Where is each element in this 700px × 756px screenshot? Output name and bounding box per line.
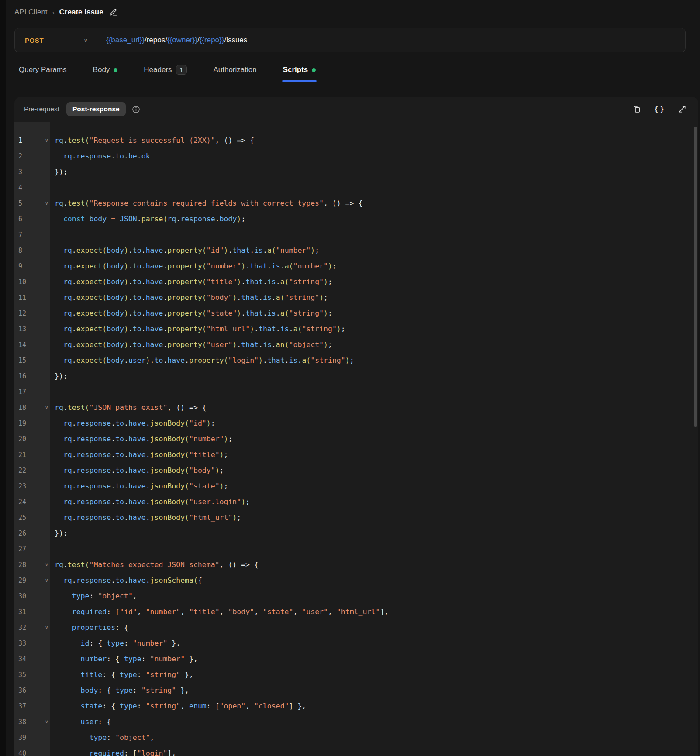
line-number[interactable]: 12 <box>18 309 26 317</box>
line-number[interactable]: 4 <box>18 184 22 192</box>
code-line[interactable]: number: { type: "number" }, <box>50 651 198 667</box>
expand-fullscreen-icon[interactable] <box>677 104 687 114</box>
line-number[interactable]: 23 <box>18 482 26 490</box>
line-number[interactable]: 11 <box>18 294 26 302</box>
code-line[interactable]: rq.test("Request is successful (2XX)", (… <box>50 133 254 148</box>
line-number[interactable]: 7 <box>18 231 22 239</box>
line-number[interactable]: 15 <box>18 357 26 364</box>
code-line[interactable]: properties: { <box>50 620 128 636</box>
code-line[interactable] <box>50 384 55 400</box>
code-line[interactable]: rq.expect(body).to.have.property("number… <box>50 258 337 274</box>
line-number[interactable]: 25 <box>18 514 26 522</box>
code-line[interactable]: title: { type: "string" }, <box>50 667 193 683</box>
fold-chevron-icon[interactable]: ∨ <box>45 573 48 588</box>
line-number[interactable]: 38 <box>18 718 26 726</box>
code-line[interactable]: }); <box>50 526 68 541</box>
code-line[interactable]: rq.expect(body).to.have.property("id").t… <box>50 243 319 258</box>
line-number[interactable]: 14 <box>18 341 26 349</box>
code-line[interactable]: body: { type: "string" }, <box>50 683 189 698</box>
method-dropdown[interactable]: POST ∨ <box>15 28 96 52</box>
code-line[interactable]: rq.response.to.have.jsonBody("state"); <box>50 478 228 494</box>
line-number[interactable]: 19 <box>18 419 26 427</box>
code-line[interactable] <box>50 541 55 557</box>
edit-pencil-icon[interactable] <box>109 8 117 17</box>
code-line[interactable] <box>50 227 55 243</box>
line-number[interactable]: 21 <box>18 451 26 459</box>
tab-post-response[interactable]: Post-response <box>66 102 126 116</box>
line-number[interactable]: 39 <box>18 734 26 742</box>
line-number[interactable]: 28 <box>18 561 26 569</box>
code-line[interactable]: rq.test("JSON paths exist", () => { <box>50 400 207 416</box>
format-braces-icon[interactable]: { } <box>655 104 664 114</box>
line-number[interactable]: 8 <box>18 247 22 254</box>
code-line[interactable]: const body = JSON.parse(rq.response.body… <box>50 211 245 227</box>
line-number[interactable]: 26 <box>18 529 26 537</box>
line-number[interactable]: 18 <box>18 404 26 412</box>
code-line[interactable]: type: "object", <box>50 588 137 604</box>
line-number[interactable]: 24 <box>18 498 26 506</box>
line-number[interactable]: 33 <box>18 639 26 647</box>
line-number[interactable]: 22 <box>18 467 26 474</box>
code-line[interactable]: rq.test("Matches expected JSON schema", … <box>50 557 259 573</box>
line-number[interactable]: 32 <box>18 624 26 632</box>
code-line[interactable]: rq.test("Response contains required fiel… <box>50 196 362 211</box>
line-number[interactable]: 2 <box>18 152 22 160</box>
tab-pre-request[interactable]: Pre-request <box>24 105 59 113</box>
line-number[interactable]: 27 <box>18 545 26 553</box>
fold-chevron-icon[interactable]: ∨ <box>45 196 48 211</box>
code-line[interactable]: rq.expect(body).to.have.property("html_u… <box>50 321 345 337</box>
tab-headers[interactable]: Headers 1 <box>144 58 187 81</box>
code-line[interactable]: type: "object", <box>50 730 155 746</box>
fold-chevron-icon[interactable]: ∨ <box>45 400 48 416</box>
line-number[interactable]: 36 <box>18 687 26 694</box>
code-line[interactable]: user: { <box>50 714 111 730</box>
tab-query-params[interactable]: Query Params <box>19 58 67 81</box>
code-line[interactable]: rq.expect(body).to.have.property("body")… <box>50 290 328 306</box>
line-number[interactable]: 30 <box>18 592 26 600</box>
fold-chevron-icon[interactable]: ∨ <box>45 714 48 730</box>
breadcrumb-root[interactable]: API Client <box>14 8 48 17</box>
code-line[interactable]: rq.response.to.have.jsonSchema({ <box>50 573 202 588</box>
tab-scripts[interactable]: Scripts <box>283 58 316 81</box>
code-line[interactable]: }); <box>50 368 68 384</box>
line-number[interactable]: 29 <box>18 577 26 584</box>
code-line[interactable]: }); <box>50 164 68 180</box>
line-number[interactable]: 6 <box>18 215 22 223</box>
vertical-scrollbar[interactable] <box>694 127 697 427</box>
code-line[interactable]: rq.response.to.have.jsonBody("title"); <box>50 447 228 463</box>
line-number[interactable]: 35 <box>18 671 26 679</box>
line-number[interactable]: 1 <box>18 137 22 144</box>
fold-chevron-icon[interactable]: ∨ <box>45 620 48 636</box>
code-line[interactable]: rq.expect(body).to.have.property("title"… <box>50 274 332 290</box>
code-line[interactable]: rq.expect(body.user).to.have.property("l… <box>50 353 354 368</box>
code-line[interactable]: rq.response.to.have.jsonBody("html_url")… <box>50 510 241 526</box>
code-line[interactable]: state: { type: "string", enum: ["open", … <box>50 698 306 714</box>
code-line[interactable]: rq.response.to.be.ok <box>50 148 150 164</box>
line-number[interactable]: 13 <box>18 325 26 333</box>
fold-chevron-icon[interactable]: ∨ <box>45 133 48 148</box>
code-editor[interactable]: 1∨rq.test("Request is successful (2XX)",… <box>14 122 698 756</box>
line-number[interactable]: 9 <box>18 262 22 270</box>
line-number[interactable]: 5 <box>18 199 22 207</box>
code-line[interactable]: rq.response.to.have.jsonBody("id"); <box>50 416 215 431</box>
tab-body[interactable]: Body <box>93 58 118 81</box>
line-number[interactable]: 3 <box>18 168 22 176</box>
code-line[interactable]: rq.expect(body).to.have.property("state"… <box>50 306 332 321</box>
fold-chevron-icon[interactable]: ∨ <box>45 557 48 573</box>
tab-authorization[interactable]: Authorization <box>213 58 256 81</box>
url-input[interactable]: {{base_url}} /repos/ {{owner}} / {{repo}… <box>96 28 247 52</box>
line-number[interactable]: 31 <box>18 608 26 616</box>
line-number[interactable]: 40 <box>18 749 26 756</box>
copy-icon[interactable] <box>632 104 641 114</box>
line-number[interactable]: 34 <box>18 655 26 663</box>
code-line[interactable] <box>50 180 55 196</box>
code-line[interactable]: rq.expect(body).to.have.property("user")… <box>50 337 332 353</box>
line-number[interactable]: 10 <box>18 278 26 286</box>
code-line[interactable]: id: { type: "number" }, <box>50 636 180 651</box>
code-line[interactable]: required: ["login"], <box>50 746 176 756</box>
line-number[interactable]: 20 <box>18 435 26 443</box>
info-icon[interactable] <box>132 105 140 113</box>
code-line[interactable]: rq.response.to.have.jsonBody("user.login… <box>50 494 250 510</box>
line-number[interactable]: 37 <box>18 702 26 710</box>
code-line[interactable]: rq.response.to.have.jsonBody("number"); <box>50 431 232 447</box>
